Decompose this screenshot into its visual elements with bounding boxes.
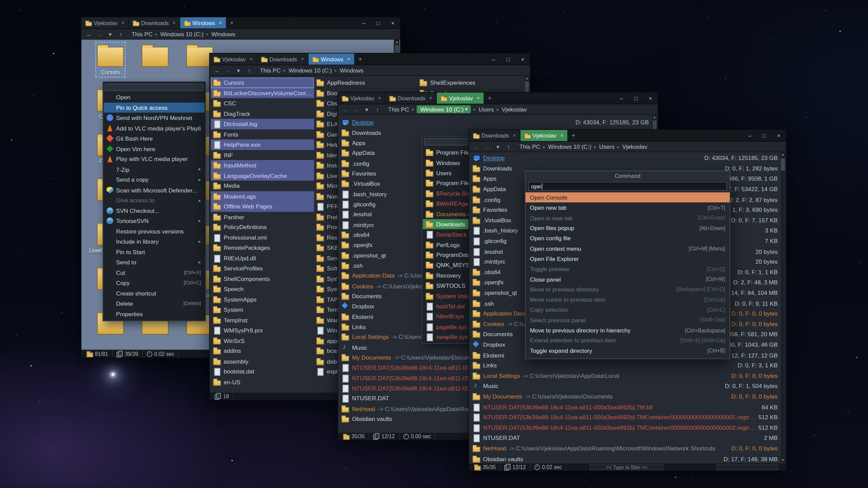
command-item[interactable]: Open new tab [Ctrl+T] <box>526 203 730 213</box>
menu-filter-input[interactable] <box>105 84 203 91</box>
file-row[interactable]: My Documents -> C:\Users\Vjekoslav\Docum… <box>470 391 785 402</box>
command-item[interactable]: Move to previous directory [Backspace] [… <box>526 284 730 294</box>
file-row[interactable]: RtlExUpd.dll <box>211 253 314 263</box>
context-menu-item[interactable]: Play with VLC media player ▸ <box>104 154 205 164</box>
minimize-button[interactable]: – <box>614 93 629 104</box>
context-menu-item[interactable]: Open ▸ <box>104 92 205 102</box>
file-row[interactable]: assembly <box>211 356 314 366</box>
file-row[interactable]: Professional.xml <box>211 232 314 242</box>
tab-close-icon[interactable]: × <box>301 56 304 62</box>
file-row[interactable]: Offline Web Pages <box>211 201 314 211</box>
context-menu-item[interactable]: Send with NordVPN Meshnet ▸ <box>104 113 205 123</box>
file-row[interactable]: WMSysPr9.prx <box>211 325 314 335</box>
command-input[interactable]: ope <box>528 182 727 190</box>
back-button[interactable]: ← <box>341 106 350 112</box>
breadcrumb-segment[interactable]: Windows 10 (C:) <box>548 143 591 150</box>
file-row[interactable]: Fonts <box>211 129 314 139</box>
file-row[interactable]: INF <box>211 150 314 160</box>
file-row[interactable]: bootstat.dat <box>211 366 314 377</box>
forward-button[interactable]: → <box>224 67 232 73</box>
maximize-button[interactable]: □ <box>501 54 515 65</box>
file-row[interactable]: Local Settings -> C:\Users\Vjekoslav\App… <box>470 370 785 381</box>
file-row[interactable]: NTUSER.DAT 2 MB <box>470 433 785 443</box>
breadcrumb-segment[interactable]: Windows 10 (C:) <box>289 67 332 74</box>
file-row[interactable]: NTUSER.DAT{53b39e88-18c4-11ea-a811-000d3… <box>470 422 785 433</box>
breadcrumb-segment[interactable]: Windows 10 (C:) ▾ <box>417 105 471 113</box>
tab[interactable]: Vjekoslav × <box>520 130 568 141</box>
context-menu-item[interactable]: Git Bash Here ▸ <box>104 133 205 143</box>
tab-bar[interactable]: Vjekoslav × Downloads × Windows × + – <box>81 17 400 29</box>
tab-close-icon[interactable]: × <box>560 133 564 138</box>
context-menu-item[interactable]: Cut [Ctrl+X] ▸ <box>104 267 205 278</box>
context-menu-item[interactable]: Add to VLC media player's Playlist ▸ <box>104 123 205 133</box>
close-button[interactable]: × <box>771 130 786 141</box>
file-row[interactable]: LanguageOverlayCache <box>211 170 314 181</box>
tab[interactable]: Vjekoslav × <box>210 54 257 65</box>
history-dropdown-button[interactable]: ▾ <box>106 31 115 37</box>
file-row[interactable]: ShellExperiences <box>417 78 521 88</box>
file-row[interactable]: ModemLogs <box>211 191 314 201</box>
close-button[interactable]: × <box>643 93 658 104</box>
tab-close-icon[interactable]: × <box>429 95 432 101</box>
file-row[interactable]: Speech <box>211 284 314 294</box>
breadcrumb-segment[interactable]: Users ▾ <box>479 106 494 113</box>
history-dropdown-button[interactable]: ▾ <box>234 67 243 73</box>
command-item[interactable]: Open context menu [Ctrl+M] [Menu] <box>526 243 730 253</box>
tab-close-icon[interactable]: × <box>347 56 350 62</box>
command-item[interactable]: Toggle expand directory [Ctrl+B] <box>526 345 730 355</box>
file-row[interactable]: AppReadiness <box>314 78 417 88</box>
context-menu-item[interactable]: 7-Zip ▸ <box>104 164 205 175</box>
breadcrumb-segment[interactable]: Vjekoslav <box>622 143 647 150</box>
file-row[interactable]: Panther <box>211 211 314 222</box>
file-row[interactable]: HelpPane.exe <box>211 139 314 149</box>
tab[interactable]: Vjekoslav × <box>338 93 386 104</box>
context-menu-item[interactable]: Delete [Delete] ▸ <box>104 298 205 308</box>
scroll-up-icon[interactable]: ▲ <box>652 115 657 120</box>
tab[interactable]: Downloads × <box>129 17 180 28</box>
scroll-up-icon[interactable]: ▲ <box>394 40 399 45</box>
maximize-button[interactable]: □ <box>757 130 772 141</box>
history-dropdown-button[interactable]: ▾ <box>494 144 502 150</box>
file-row[interactable]: Desktop D: 43034, F: 125185, 23 GB <box>470 153 785 163</box>
tab-bar[interactable]: Downloads × Vjekoslav × + – □ × <box>469 130 786 142</box>
context-menu-item[interactable]: Open Vim here ▸ <box>104 144 205 154</box>
close-button[interactable]: × <box>386 17 400 28</box>
file-row[interactable]: RemotePackages <box>211 243 314 253</box>
tab-bar[interactable]: Vjekoslav × Downloads × Windows × + – <box>210 54 530 65</box>
breadcrumb-segment[interactable]: Windows ▾ <box>212 30 235 37</box>
tab[interactable]: Vjekoslav × <box>437 93 484 104</box>
command-item[interactable]: Open in new tab [Ctrl+Enter] <box>526 213 730 223</box>
context-menu-item[interactable]: Send a copy ▸ <box>104 175 205 185</box>
command-item[interactable]: Toggle preview [Ctrl+Q] <box>526 264 730 274</box>
file-row[interactable]: NTUSER.DAT{53b39e88-18c4-11ea-a811-000d3… <box>470 412 785 423</box>
context-menu-item[interactable]: Pin to Start ▸ <box>104 247 205 257</box>
tab[interactable]: Windows × <box>309 54 355 65</box>
file-row[interactable]: PolicyDefinitions <box>211 222 314 232</box>
context-menu-item[interactable]: Scan with Microsoft Defender... ▸ <box>104 185 205 195</box>
file-row[interactable]: Obsidian vaults D: 17, F: 149, 38 MB <box>470 453 785 463</box>
file-row[interactable]: Media <box>211 181 314 191</box>
file-row[interactable]: Cursors <box>211 78 314 88</box>
file-row[interactable]: DiagTrack <box>211 108 314 119</box>
file-row[interactable]: DtcInstall.log <box>211 119 314 129</box>
minimize-button[interactable]: – <box>743 130 757 141</box>
scrollbar[interactable]: ▲ ▼ <box>780 152 785 463</box>
forward-button[interactable]: → <box>95 31 104 37</box>
command-item[interactable]: Open files popup [Alt+Down] <box>526 223 730 233</box>
history-dropdown-button[interactable]: ▾ <box>362 106 371 112</box>
tab-close-icon[interactable]: × <box>121 20 124 25</box>
minimize-button[interactable]: – <box>487 54 501 65</box>
context-menu-item[interactable]: Create shortcut ▸ <box>104 288 205 298</box>
breadcrumb-segment[interactable]: Vjekoslav ▾ <box>502 106 527 113</box>
tab[interactable]: Downloads × <box>386 93 437 104</box>
tab[interactable]: Downloads × <box>257 54 309 65</box>
file-row[interactable]: System <box>211 304 314 314</box>
context-menu-item[interactable]: Give access to ▸ <box>104 195 205 205</box>
minimize-button[interactable]: – <box>356 17 371 28</box>
file-row[interactable]: Desktop D: 43034, F: 125185, 23 GB <box>339 117 656 127</box>
tab-close-icon[interactable]: × <box>173 20 176 25</box>
tab-close-icon[interactable]: × <box>513 133 516 138</box>
file-row[interactable]: ServiceProfiles <box>211 263 314 273</box>
command-item[interactable]: Move cursor to previous item [Ctrl+Up] <box>526 294 730 305</box>
context-menu-item[interactable]: TortoiseSVN ▸ <box>104 216 205 226</box>
